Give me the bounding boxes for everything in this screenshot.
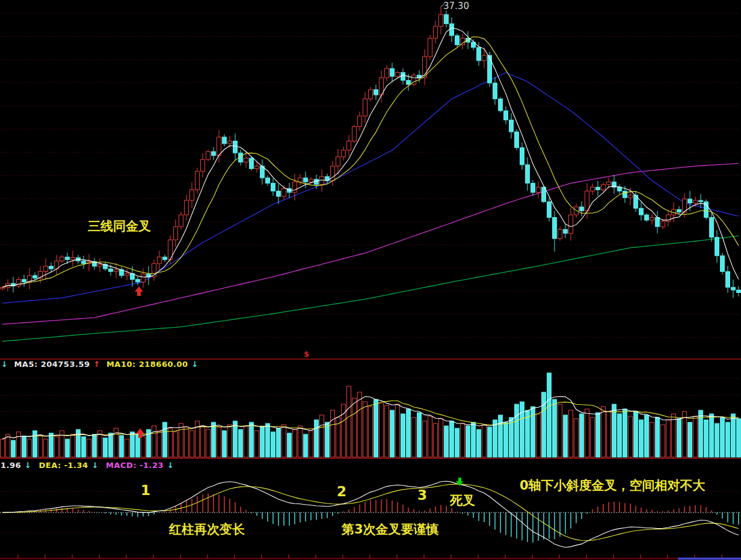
golden-cross-1-label: 1 <box>141 484 150 497</box>
volume-ma5-label: MA5: 204753.59 <box>14 360 90 368</box>
chart-canvas[interactable] <box>0 0 741 560</box>
buy-signal-up-arrow-icon <box>135 286 143 296</box>
macd-header: 1.96 ↓ DEA: -1.34 ↓ MACD: -1.23 ↓ <box>1 461 174 469</box>
death-cross-label: 死叉 <box>450 494 475 507</box>
volume-ma5-up-arrow-icon: ↑ <box>93 360 100 368</box>
candlesticks <box>1 4 741 298</box>
arrow-stem <box>137 292 141 296</box>
annotation-triple-golden-cross: 三线同金叉 <box>88 220 151 233</box>
death-cross-down-arrow-icon <box>456 478 463 486</box>
scrollbar-thumb[interactable] <box>678 558 741 560</box>
macd-dea-label: DEA: -1.34 <box>38 461 88 469</box>
arrow-head <box>456 481 463 486</box>
macd-right-note: 0轴下小斜度金叉，空间相对不大 <box>520 479 706 492</box>
golden-cross-3-label: 3 <box>417 488 427 502</box>
macd-red-bars-note: 红柱再次变长 <box>169 523 245 536</box>
macd-macd-down-arrow-icon: ↓ <box>167 461 174 469</box>
stock-chart-app: 37.30 三线同金叉 $ ↓ MA5: 204753.59 ↑ MA10: 2… <box>0 0 741 560</box>
golden-cross-2-label: 2 <box>337 485 346 499</box>
arrow-head <box>136 428 144 434</box>
volume-header: ↓ MA5: 204753.59 ↑ MA10: 218660.00 ↓ <box>1 360 198 368</box>
bottom-axis <box>0 555 741 560</box>
macd-third-cross-note: 第3次金叉要谨慎 <box>342 523 439 536</box>
arrow-head <box>135 286 143 292</box>
macd-macd-label: MACD: -1.23 <box>106 461 164 469</box>
volume-ma10-label: MA10: 218660.00 <box>106 360 188 368</box>
long-moving-averages <box>2 73 739 342</box>
peak-price-label: 37.30 <box>443 2 469 11</box>
event-marker-dollar-icon: $ <box>304 350 309 358</box>
volume-buy-signal-up-arrow-icon <box>136 428 144 438</box>
volume-ma10-down-arrow-icon: ↓ <box>192 360 198 368</box>
arrow-stem <box>138 434 142 438</box>
macd-dea-down-arrow-icon: ↓ <box>92 461 99 469</box>
macd-dif-down-arrow-icon: ↓ <box>25 461 31 469</box>
volume-lead-down-arrow-icon: ↓ <box>1 360 8 368</box>
macd-dif-value: 1.96 <box>1 461 21 469</box>
volume-bars <box>1 373 741 457</box>
